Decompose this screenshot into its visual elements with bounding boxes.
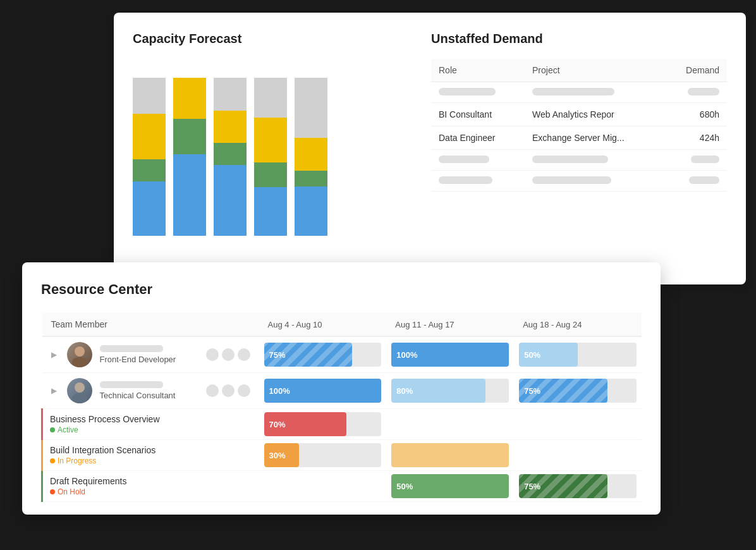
bar-blue-5 [295, 186, 327, 236]
action-dot-1b [222, 348, 235, 361]
bar-yellow-5 [295, 138, 327, 171]
demand-table: Role Project Demand BI Consultant Web An… [431, 59, 727, 192]
proj2-w1-label: 30% [269, 451, 286, 460]
svg-point-2 [75, 382, 85, 393]
bar-yellow-2 [173, 78, 206, 119]
bar-group-3 [214, 78, 247, 236]
demand-row-de: Data Engineer Exchange Server Mig... 424… [431, 126, 727, 150]
bar-green-3 [214, 143, 247, 164]
w2-bar-1: 100% [391, 343, 509, 367]
project-row-2: Build Integration Scenarios In Progress … [42, 440, 642, 471]
demand-project-de: Exchange Server Mig... [525, 126, 664, 150]
avatar-2 [67, 378, 92, 403]
col-header-week3: Aug 18 - Aug 24 [514, 313, 642, 336]
svg-point-1 [72, 357, 87, 367]
capacity-chart [133, 59, 406, 236]
project-row-1: Business Process Overview Active 70% [42, 409, 642, 440]
bar-gray-1 [133, 78, 166, 114]
bar-group-1 [133, 78, 166, 236]
status-dot-2 [50, 458, 55, 463]
resource-center-title: Resource Center [41, 281, 642, 298]
bar-group-4 [254, 78, 287, 236]
col-header-member: Team Member [42, 313, 259, 336]
w3-label-1: 50% [524, 350, 540, 360]
proj1-w1-label: 70% [269, 420, 286, 429]
demand-col-demand: Demand [664, 59, 727, 82]
project-status-label-1: Active [58, 425, 78, 434]
action-dot-1c [238, 348, 250, 361]
avatar-face-1 [67, 342, 92, 367]
member-name-skeleton-1 [100, 345, 163, 352]
w1-label-1: 75% [269, 350, 286, 360]
svg-point-0 [75, 346, 85, 357]
avatar-face-2 [67, 378, 92, 403]
bar-green-4 [254, 162, 287, 187]
unstaffed-section: Unstaffed Demand Role Project Demand BI … [431, 32, 727, 266]
member-role-2: Technical Consultant [100, 391, 176, 400]
project-status-1: Active [50, 425, 250, 434]
col-header-week1: Aug 4 - Aug 10 [259, 313, 387, 336]
demand-col-role: Role [431, 59, 525, 82]
w3-bar-1: 50% [519, 343, 578, 367]
project-status-2: In Progress [50, 456, 250, 465]
unstaffed-title: Unstaffed Demand [431, 32, 727, 46]
project-row-3: Draft Requirements On Hold 50% [42, 471, 642, 502]
action-dot-2b [222, 384, 235, 397]
member-row-2: ▶ Technical Consultant [42, 373, 642, 409]
capacity-title: Capacity Forecast [133, 32, 406, 46]
member-role-1: Front-End Developer [100, 355, 176, 364]
project-status-label-3: On Hold [58, 487, 85, 496]
resource-center-card: Resource Center Team Member Aug 4 - Aug … [22, 262, 661, 515]
bar-green-1 [133, 159, 166, 182]
w1-bar-1: 75% [264, 343, 352, 367]
bar-blue-4 [254, 187, 287, 236]
action-dot-2c [238, 384, 250, 397]
demand-col-project: Project [525, 59, 664, 82]
member-row-1: ▶ Front-End Developer [42, 336, 642, 373]
w2-label-1: 100% [396, 350, 417, 360]
proj1-w1-bar: 70% [264, 412, 346, 436]
proj2-w2-bar [391, 443, 509, 467]
demand-role-de: Data Engineer [431, 126, 525, 150]
row-expand-icon-2[interactable]: ▶ [51, 386, 57, 395]
capacity-forecast-card: Capacity Forecast [114, 13, 746, 284]
project-name-1: Business Process Overview [50, 414, 250, 424]
demand-row-bi: BI Consultant Web Analytics Repor 680h [431, 103, 727, 126]
w1-bar-2: 100% [264, 379, 382, 403]
project-name-3: Draft Requirements [50, 476, 250, 486]
demand-hours-bi: 680h [664, 103, 727, 126]
bar-blue-3 [214, 165, 247, 236]
w2-label-2: 80% [396, 386, 413, 396]
status-dot-3 [50, 489, 55, 494]
bar-green-5 [295, 171, 327, 187]
status-dot-1 [50, 427, 55, 432]
bar-group-5 [295, 78, 327, 236]
action-dot-2a [206, 384, 219, 397]
proj3-w3-label: 75% [524, 482, 540, 491]
bar-blue-1 [133, 181, 166, 236]
svg-point-3 [72, 393, 87, 403]
bar-yellow-3 [214, 111, 247, 144]
demand-hours-de: 424h [664, 126, 727, 150]
bar-yellow-4 [254, 118, 287, 162]
row-expand-icon-1[interactable]: ▶ [51, 350, 57, 359]
w1-label-2: 100% [269, 386, 290, 396]
avatar-1 [67, 342, 92, 367]
project-status-label-2: In Progress [58, 456, 96, 465]
demand-project-bi: Web Analytics Repor [525, 103, 664, 126]
w3-bar-2: 75% [519, 379, 607, 403]
demand-role-bi: BI Consultant [431, 103, 525, 126]
w3-label-2: 75% [524, 386, 540, 396]
bar-gray-3 [214, 78, 247, 111]
resource-table: Team Member Aug 4 - Aug 10 Aug 11 - Aug … [41, 313, 642, 502]
project-name-2: Build Integration Scenarios [50, 445, 250, 455]
demand-row-skeleton-1 [431, 82, 727, 103]
project-status-3: On Hold [50, 487, 250, 496]
proj2-w1-bar: 30% [264, 443, 300, 467]
proj3-w2-bar: 50% [391, 474, 509, 498]
bar-yellow-1 [133, 114, 166, 159]
bar-blue-2 [173, 154, 206, 236]
demand-row-skeleton-3 [431, 171, 727, 192]
col-header-week2: Aug 11 - Aug 17 [386, 313, 514, 336]
proj3-w2-label: 50% [396, 482, 413, 491]
